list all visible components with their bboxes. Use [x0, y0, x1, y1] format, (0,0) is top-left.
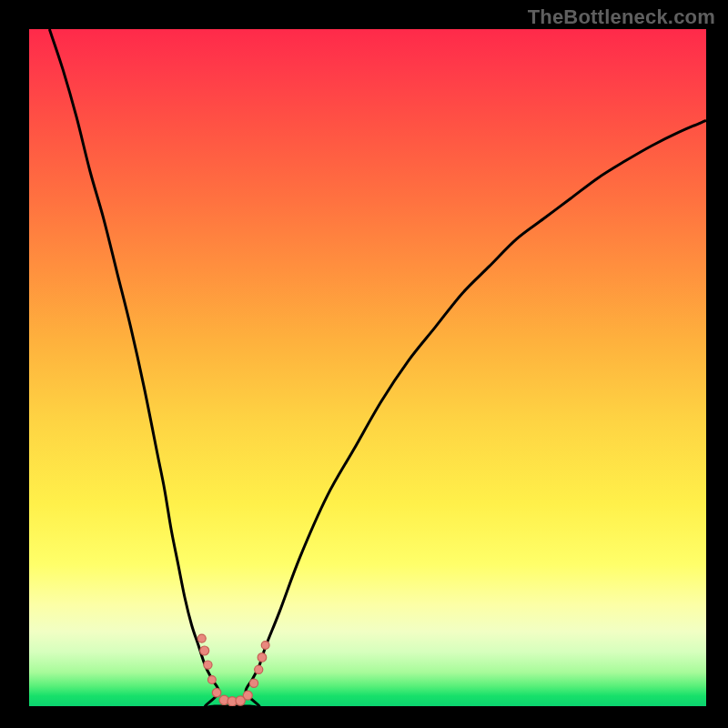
plot-area — [29, 29, 706, 706]
chart-svg — [29, 29, 706, 706]
curve-marker — [243, 691, 252, 700]
curve-marker — [258, 653, 267, 662]
curve-marker — [249, 679, 258, 687]
curve-marker — [261, 642, 269, 650]
watermark-text: TheBottleneck.com — [528, 5, 715, 29]
curve-marker — [204, 661, 212, 669]
curve-marker — [255, 665, 263, 673]
curve-marker — [200, 646, 209, 655]
bottleneck-curve — [49, 29, 706, 706]
curve-marker — [212, 688, 221, 697]
curve-marker — [207, 676, 216, 684]
curve-marker — [197, 634, 206, 642]
chart-frame: TheBottleneck.com — [0, 0, 728, 728]
